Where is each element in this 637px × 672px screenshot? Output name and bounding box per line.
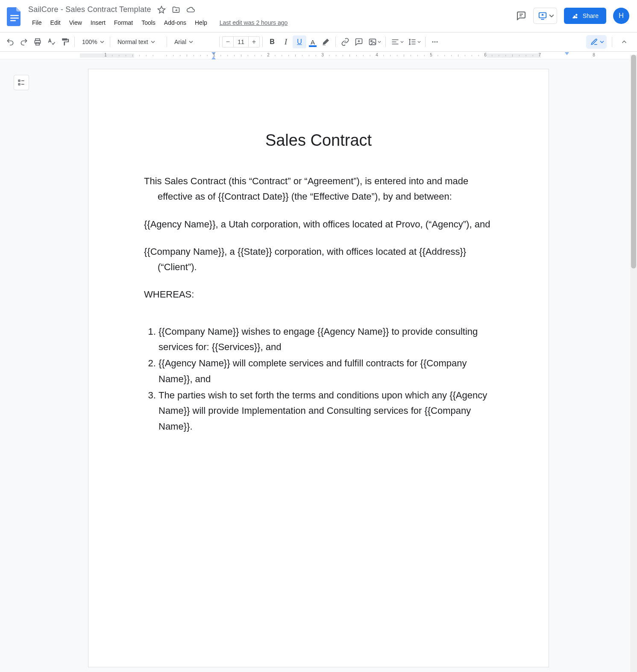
align-caret[interactable] [400, 40, 405, 44]
bold-button[interactable]: B [265, 35, 279, 48]
svg-rect-7 [370, 39, 376, 44]
font-size-increase[interactable]: + [249, 36, 260, 47]
doc-list-item[interactable]: The parties wish to set forth the terms … [159, 388, 493, 434]
menu-file[interactable]: File [28, 18, 46, 28]
italic-button[interactable]: I [279, 35, 293, 48]
font-family-value: Arial [174, 38, 186, 45]
menu-addons[interactable]: Add-ons [160, 18, 190, 28]
account-avatar[interactable]: H [613, 8, 629, 24]
doc-paragraph[interactable]: WHEREAS: [144, 287, 493, 302]
highlight-color-button[interactable] [319, 35, 333, 48]
doc-heading[interactable]: Sales Contract [144, 131, 493, 150]
spellcheck-button[interactable] [44, 35, 58, 48]
comment-history-icon[interactable] [516, 11, 526, 21]
undo-button[interactable] [3, 35, 17, 48]
underline-button[interactable]: U [293, 35, 306, 48]
titlebar: SailCore - Sales Contract Template File … [0, 0, 637, 30]
zoom-value: 100% [82, 38, 97, 45]
font-size-value[interactable]: 11 [234, 38, 248, 45]
doc-paragraph[interactable]: This Sales Contract (this “Contract” or … [144, 174, 493, 205]
menu-format[interactable]: Format [110, 18, 137, 28]
svg-rect-2 [10, 20, 16, 21]
text-color-button[interactable]: A [306, 35, 319, 48]
canvas: Sales Contract This Sales Contract (this… [0, 59, 637, 672]
last-edit-link[interactable]: Last edit was 2 hours ago [220, 19, 288, 26]
svg-rect-69 [18, 84, 20, 85]
cloud-status-icon[interactable] [186, 6, 195, 14]
svg-point-9 [432, 41, 434, 43]
menu-edit[interactable]: Edit [47, 18, 65, 28]
font-size-control: − 11 + [222, 36, 260, 47]
menu-bar: File Edit View Insert Format Tools Add-o… [27, 14, 516, 30]
ruler-num: 8 [593, 53, 595, 57]
doc-paragraph[interactable]: {{Agency Name}}, a Utah corporation, wit… [144, 217, 493, 232]
doc-ordered-list[interactable]: {{Company Name}} wishes to engage {{Agen… [144, 324, 493, 434]
redo-button[interactable] [17, 35, 31, 48]
toolbar: 100% Normal text Arial − 11 + B I U A [0, 32, 637, 52]
document-outline-button[interactable] [14, 75, 29, 90]
share-button[interactable]: Share [564, 8, 606, 24]
move-folder-icon[interactable] [172, 6, 180, 14]
menu-insert[interactable]: Insert [87, 18, 109, 28]
zoom-combo[interactable]: 100% [77, 35, 107, 48]
doc-list-item[interactable]: {{Agency Name}} will complete services a… [159, 356, 493, 387]
svg-rect-1 [10, 18, 19, 19]
menu-view[interactable]: View [65, 18, 86, 28]
hide-menus-button[interactable] [617, 35, 631, 49]
scrollbar-thumb[interactable] [631, 55, 636, 268]
font-family-combo[interactable]: Arial [170, 35, 217, 48]
menu-tools[interactable]: Tools [138, 18, 159, 28]
star-icon[interactable] [157, 6, 166, 14]
svg-point-8 [371, 41, 372, 42]
editing-mode-button[interactable] [586, 35, 607, 49]
svg-point-11 [437, 41, 438, 43]
svg-rect-0 [10, 15, 19, 16]
share-button-label: Share [583, 12, 599, 19]
document-title[interactable]: SailCore - Sales Contract Template [28, 5, 151, 14]
doc-paragraph[interactable]: {{Company Name}}, a {{State}} corporatio… [144, 244, 493, 275]
ruler[interactable]: 1 1 2 3 4 5 6 7 8 [0, 52, 637, 59]
paragraph-style-value: Normal text [117, 38, 148, 45]
line-spacing-caret[interactable] [417, 40, 423, 44]
docs-app-icon[interactable] [6, 6, 23, 27]
add-comment-button[interactable] [352, 35, 366, 48]
insert-link-button[interactable] [338, 35, 352, 48]
doc-list-item[interactable]: {{Company Name}} wishes to engage {{Agen… [159, 324, 493, 355]
svg-rect-68 [18, 80, 20, 81]
page[interactable]: Sales Contract This Sales Contract (this… [88, 69, 549, 667]
menu-help[interactable]: Help [191, 18, 211, 28]
print-button[interactable] [31, 35, 44, 48]
paint-format-button[interactable] [58, 35, 72, 48]
svg-point-10 [434, 41, 436, 43]
font-size-decrease[interactable]: − [222, 36, 233, 47]
vertical-scrollbar[interactable] [630, 55, 637, 672]
right-indent-marker[interactable] [565, 52, 569, 55]
more-toolbar-button[interactable] [428, 35, 442, 48]
insert-image-caret[interactable] [378, 40, 383, 44]
paragraph-style-combo[interactable]: Normal text [113, 35, 164, 48]
present-button[interactable] [533, 8, 557, 24]
